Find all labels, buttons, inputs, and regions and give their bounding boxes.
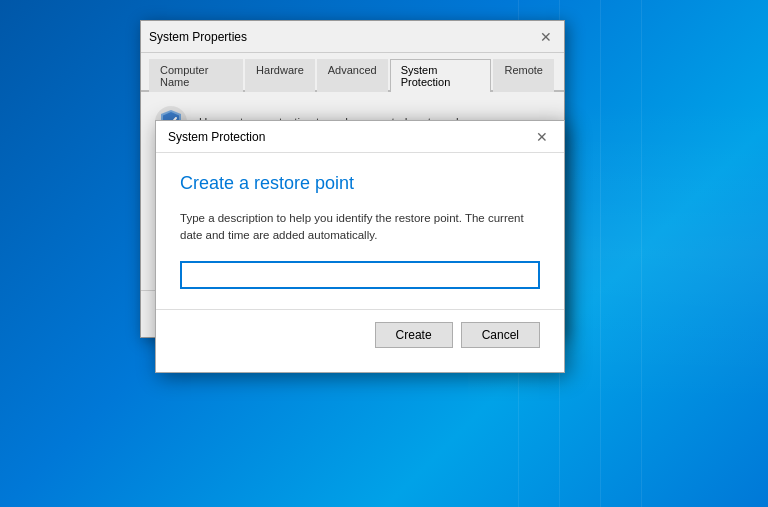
tab-system-protection[interactable]: System Protection bbox=[390, 59, 492, 92]
dialog-create-button[interactable]: Create bbox=[375, 322, 453, 348]
tab-remote[interactable]: Remote bbox=[493, 59, 554, 92]
tab-advanced[interactable]: Advanced bbox=[317, 59, 388, 92]
dialog-close-button[interactable]: ✕ bbox=[532, 127, 552, 147]
window-title: System Properties bbox=[149, 30, 247, 44]
tab-hardware[interactable]: Hardware bbox=[245, 59, 315, 92]
restore-point-input[interactable] bbox=[180, 261, 540, 289]
dialog-separator bbox=[156, 309, 564, 310]
window-titlebar: System Properties ✕ bbox=[141, 21, 564, 53]
dialog-title: System Protection bbox=[168, 130, 265, 144]
system-protection-dialog: System Protection ✕ Create a restore poi… bbox=[155, 120, 565, 373]
tab-computer-name[interactable]: Computer Name bbox=[149, 59, 243, 92]
dialog-titlebar: System Protection ✕ bbox=[156, 121, 564, 153]
window-close-button[interactable]: ✕ bbox=[536, 27, 556, 47]
dialog-buttons: Create Cancel bbox=[180, 322, 540, 352]
dialog-description: Type a description to help you identify … bbox=[180, 210, 540, 245]
desktop: System Properties ✕ Computer Name Hardwa… bbox=[0, 0, 768, 507]
tabs-container: Computer Name Hardware Advanced System P… bbox=[141, 53, 564, 92]
dialog-heading: Create a restore point bbox=[180, 173, 540, 194]
dialog-cancel-button[interactable]: Cancel bbox=[461, 322, 540, 348]
dialog-content: Create a restore point Type a descriptio… bbox=[156, 153, 564, 372]
